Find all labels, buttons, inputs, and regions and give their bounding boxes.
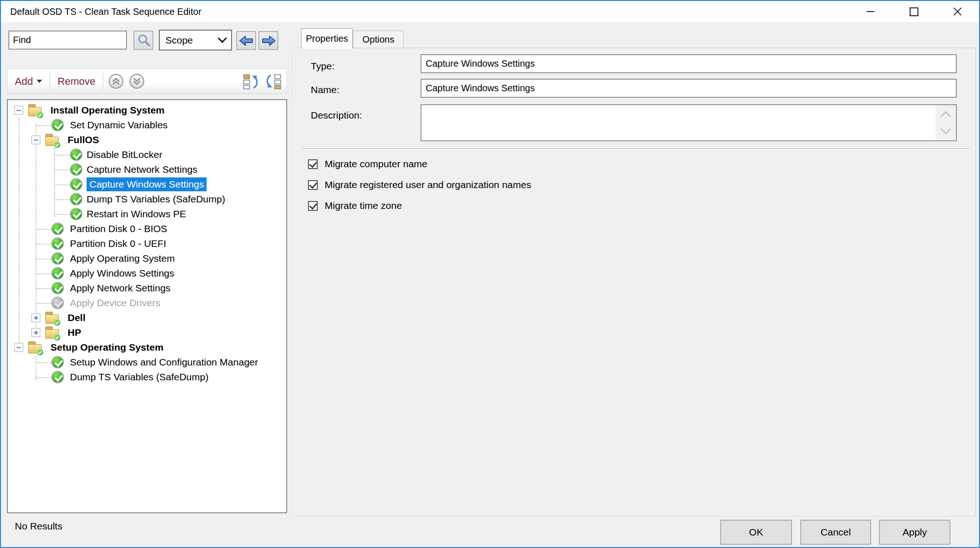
checkbox-checked-icon[interactable] (308, 180, 318, 190)
description-field-container (421, 104, 957, 141)
arrow-left-icon (239, 34, 254, 47)
tab-options[interactable]: Options (353, 31, 404, 48)
add-button[interactable]: Add (12, 74, 45, 89)
folder-icon (28, 341, 42, 354)
scope-dropdown[interactable]: Scope (159, 30, 232, 50)
step-enabled-icon (70, 178, 82, 191)
tree-item-label: Dump TS Variables (SafeDump) (87, 194, 225, 205)
tree-item-step[interactable]: Apply Network Settings (8, 281, 286, 296)
minimize-button[interactable] (848, 1, 892, 22)
task-sequence-editor-window: Default OSD TS - Clean Task Sequence Edi… (0, 0, 980, 548)
tree-connector (36, 273, 51, 274)
tree-item-step-selected[interactable]: Capture Windows Settings (8, 177, 286, 192)
tab-options-label: Options (363, 34, 395, 45)
tree-connector (36, 288, 51, 289)
tree-item-label: Install Operating System (50, 105, 164, 116)
tree-item-step[interactable]: Partition Disk 0 - UEFI (8, 236, 286, 251)
tree-item-step[interactable]: Disable BitLocker (8, 147, 286, 162)
tree-item-step[interactable]: Partition Disk 0 - BIOS (8, 221, 286, 236)
step-enabled-icon (51, 223, 64, 235)
step-enabled-icon (70, 164, 82, 176)
close-icon (953, 7, 962, 17)
maximize-button[interactable] (892, 1, 936, 22)
checkbox-checked-icon[interactable] (308, 159, 318, 169)
move-up-button[interactable] (108, 73, 124, 89)
window-title: Default OSD TS - Clean Task Sequence Edi… (1, 6, 201, 17)
collapse-toggle-icon[interactable] (14, 343, 23, 352)
expand-toggle-icon[interactable] (31, 314, 40, 322)
tree-item-label: Apply Windows Settings (70, 268, 174, 279)
step-enabled-icon (70, 149, 82, 161)
find-previous-button[interactable] (236, 31, 256, 50)
tree-item-step[interactable]: Dump TS Variables (SafeDump) (8, 370, 286, 384)
tree-connector (36, 125, 51, 126)
tree-item-group[interactable]: Install Operating System (8, 103, 286, 118)
tree-item-step[interactable]: Capture Network Settings (8, 162, 286, 177)
name-field[interactable] (421, 79, 957, 98)
step-enabled-icon (70, 193, 82, 206)
tree-connector (36, 244, 51, 245)
tree-item-group[interactable]: FullOS (8, 132, 286, 147)
close-button[interactable] (936, 1, 979, 22)
tree-item-step[interactable]: Restart in Windows PE (8, 207, 286, 221)
collapse-toggle-icon[interactable] (14, 106, 23, 115)
chevron-down-circle-icon (129, 73, 145, 89)
titlebar: Default OSD TS - Clean Task Sequence Edi… (1, 1, 979, 22)
ok-button[interactable]: OK (720, 520, 792, 545)
tree-item-label: Capture Windows Settings (87, 177, 207, 191)
cancel-button[interactable]: Cancel (800, 520, 871, 545)
add-button-label: Add (15, 76, 33, 88)
migrate-computer-name-option[interactable]: Migrate computer name (308, 158, 427, 170)
tree-item-step[interactable]: Dump TS Variables (SafeDump) (8, 192, 286, 207)
remove-button[interactable]: Remove (55, 74, 98, 89)
section-divider (302, 148, 969, 149)
find-next-button[interactable] (258, 31, 278, 50)
expand-all-button[interactable] (264, 74, 282, 89)
name-label: Name: (311, 84, 339, 95)
description-label: Description: (311, 110, 362, 121)
folder-icon (45, 326, 59, 339)
tree-item-label: Restart in Windows PE (87, 208, 186, 220)
tree-item-label: Partition Disk 0 - BIOS (70, 223, 167, 234)
find-input[interactable] (8, 31, 127, 50)
scope-dropdown-value: Scope (165, 35, 193, 46)
apply-button[interactable]: Apply (879, 520, 950, 545)
minimize-icon (867, 11, 874, 12)
migrate-registered-user-option[interactable]: Migrate registered user and organization… (308, 179, 531, 190)
tree-connector (54, 170, 70, 170)
tree-item-step[interactable]: Apply Operating System (8, 251, 286, 266)
tree-item-step[interactable]: Apply Windows Settings (8, 266, 286, 281)
tree-item-group[interactable]: Dell (8, 310, 286, 325)
collapse-all-button[interactable] (242, 74, 260, 89)
apply-button-label: Apply (903, 527, 927, 538)
ok-button-label: OK (749, 527, 763, 538)
migrate-time-zone-option[interactable]: Migrate time zone (308, 200, 402, 211)
move-down-button[interactable] (129, 73, 145, 89)
expand-toggle-icon[interactable] (31, 328, 40, 337)
tree-item-group[interactable]: Setup Operating System (8, 340, 286, 355)
toolbar-separator (50, 73, 50, 90)
folder-icon (28, 104, 42, 117)
collapse-all-icon (242, 74, 260, 89)
tree-connector (36, 377, 51, 378)
tree-item-group[interactable]: HP (8, 325, 286, 340)
tree-item-step[interactable]: Setup Windows and Configuration Manager (8, 355, 286, 370)
tree-item-label: Setup Operating System (50, 342, 163, 353)
search-button[interactable] (133, 31, 153, 50)
tree-item-step-disabled[interactable]: Apply Device Drivers (8, 296, 286, 310)
step-enabled-icon (51, 267, 64, 280)
description-scrollbar[interactable] (936, 105, 956, 140)
scroll-down-icon[interactable] (941, 124, 951, 135)
tree-item-label: Set Dynamic Variables (70, 120, 168, 131)
checkbox-checked-icon[interactable] (308, 201, 318, 211)
step-enabled-icon (51, 252, 64, 265)
tree-item-label: FullOS (68, 134, 99, 145)
tab-properties[interactable]: Properties (301, 28, 353, 49)
description-field[interactable] (421, 105, 935, 140)
window-controls (848, 1, 979, 22)
step-enabled-icon (51, 282, 64, 295)
tree-item-step[interactable]: Set Dynamic Variables (8, 118, 286, 132)
collapse-toggle-icon[interactable] (31, 136, 40, 145)
type-label: Type: (311, 61, 334, 72)
scroll-up-icon[interactable] (941, 111, 951, 122)
